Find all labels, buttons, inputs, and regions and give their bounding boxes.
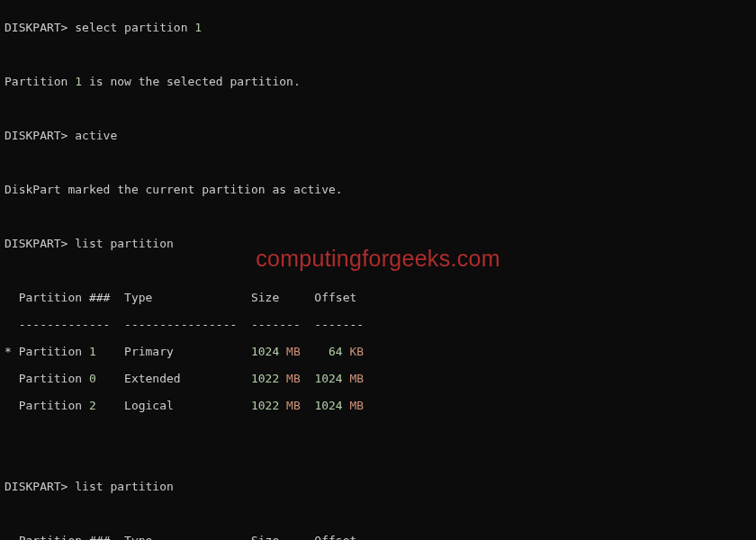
- blank-line: [4, 102, 752, 115]
- blank-line: [4, 264, 752, 277]
- table-separator: ------------- ---------------- ------- -…: [4, 318, 752, 331]
- terminal-output[interactable]: DISKPART> select partition 1 Partition 1…: [0, 0, 756, 540]
- cmd-list-partition-1: DISKPART> list partition: [4, 237, 752, 250]
- cmd-arg: 1: [194, 21, 202, 34]
- response-selected: Partition 1 is now the selected partitio…: [4, 75, 752, 88]
- response-active-1: DiskPart marked the current partition as…: [4, 183, 752, 196]
- table-row: * Partition 1 Primary 1024 MB 64 KB: [4, 345, 752, 358]
- cmd-list-partition-2: DISKPART> list partition: [4, 480, 752, 493]
- blank-line: [4, 210, 752, 223]
- blank-line: [4, 156, 752, 169]
- table-header: Partition ### Type Size Offset: [4, 534, 752, 540]
- blank-line: [4, 426, 752, 439]
- cmd-select-partition-1: DISKPART> select partition 1: [4, 21, 752, 34]
- prompt-text: DISKPART> select partition: [4, 21, 194, 34]
- blank-line: [4, 453, 752, 466]
- table-header: Partition ### Type Size Offset: [4, 291, 752, 304]
- table-row: Partition 0 Extended 1022 MB 1024 MB: [4, 372, 752, 385]
- cmd-active-1: DISKPART> active: [4, 129, 752, 142]
- table-row: Partition 2 Logical 1022 MB 1024 MB: [4, 399, 752, 412]
- blank-line: [4, 48, 752, 61]
- blank-line: [4, 507, 752, 520]
